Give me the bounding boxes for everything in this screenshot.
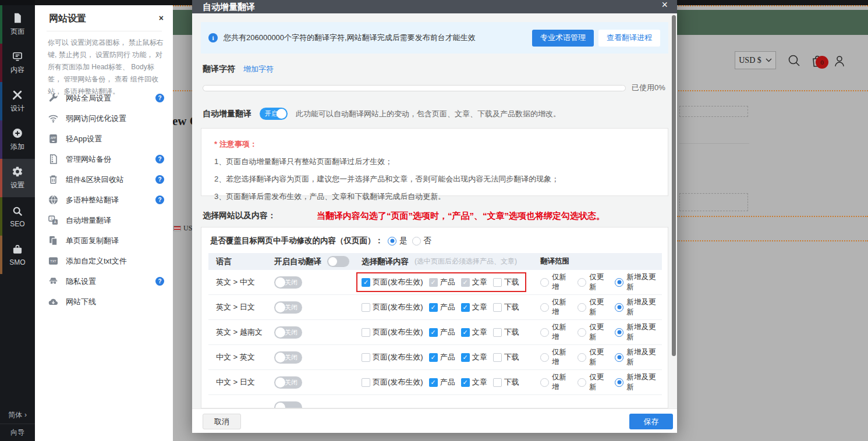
range-新增及更新[interactable]: 新增及更新 — [615, 322, 662, 342]
check-页面(发布生效)[interactable]: 页面(发布生效) — [362, 352, 423, 362]
add-chars-link[interactable]: 增加字符 — [243, 64, 274, 74]
row-auto-translate-toggle[interactable]: 关闭 — [274, 351, 302, 364]
check-页面(发布生效)[interactable]: ✓ 页面(发布生效) — [362, 277, 423, 287]
sidebar-item-label: 内容 — [10, 65, 24, 75]
content-icon — [12, 51, 23, 62]
sidebar-item-label: SMO — [9, 258, 25, 266]
settings-item-隐私设置[interactable]: 隐私设置 ? — [48, 271, 164, 291]
view-translation-progress-button[interactable]: 查看翻译进程 — [598, 30, 660, 47]
check-文章[interactable]: ✓ 文章 — [461, 377, 487, 387]
row-auto-translate-toggle[interactable] — [274, 401, 302, 409]
row-auto-translate-toggle[interactable]: 关闭 — [274, 326, 302, 339]
note-item: 1、页面自动增量翻译只有整站页面翻译过后才生效； — [214, 157, 655, 167]
check-产品[interactable]: ✓ 产品 — [429, 302, 455, 312]
override-yes-option[interactable]: 是 — [388, 236, 408, 246]
search-icon[interactable] — [787, 54, 801, 67]
sidebar-item-页面[interactable]: 页面 — [0, 5, 35, 44]
cancel-button[interactable]: 取消 — [203, 414, 241, 429]
close-icon[interactable]: × — [661, 0, 668, 11]
notes-box: * 注意事项： 1、页面自动增量翻译只有整站页面翻译过后才生效； 2、若您选择翻… — [201, 128, 668, 196]
range-仅新增[interactable]: 仅新增 — [540, 322, 573, 342]
help-icon[interactable]: ? — [155, 94, 164, 102]
settings-item-单页面复制翻译[interactable]: 单页面复制翻译 ? — [48, 230, 164, 251]
checkbox-label: 页面(发布生效) — [373, 327, 423, 337]
check-产品[interactable]: ✓ 产品 — [429, 377, 455, 387]
help-icon[interactable]: ? — [155, 277, 164, 286]
user-icon[interactable] — [832, 54, 846, 68]
help-icon[interactable]: ? — [155, 155, 164, 163]
range-仅更新[interactable]: 仅更新 — [578, 347, 610, 367]
checkbox — [493, 353, 502, 362]
radio — [578, 303, 586, 312]
radio — [615, 278, 623, 287]
currency-selector[interactable]: USD $ — [735, 51, 776, 69]
close-icon[interactable]: × — [159, 13, 164, 23]
check-产品[interactable]: ✓ 产品 — [429, 352, 455, 362]
wrench-icon — [48, 93, 59, 104]
row-auto-translate-toggle[interactable]: 关闭 — [274, 301, 302, 314]
radio — [540, 328, 549, 337]
check-文章[interactable]: ✓ 文章 — [461, 302, 487, 312]
range-仅更新[interactable]: 仅更新 — [578, 372, 610, 392]
check-文章[interactable]: ✓ 文章 — [461, 327, 487, 337]
wizard-button[interactable]: 向导 — [0, 424, 35, 441]
stripe — [0, 197, 2, 236]
settings-item-网站下线[interactable]: 网站下线 ? — [48, 291, 164, 312]
toggle-on-label: 开启 — [265, 108, 278, 120]
range-仅更新[interactable]: 仅更新 — [578, 322, 610, 342]
sidebar-item-添加[interactable]: 添加 — [0, 120, 35, 159]
check-产品[interactable]: ✓ 产品 — [429, 327, 455, 337]
translate-icon: 文A — [48, 215, 59, 226]
check-下载[interactable]: 下载 — [493, 302, 519, 312]
check-产品[interactable]: ✓ 产品 — [429, 277, 455, 287]
check-页面(发布生效)[interactable]: 页面(发布生效) — [362, 327, 423, 337]
toggle-all-auto-translate[interactable] — [327, 256, 349, 267]
range-新增及更新[interactable]: 新增及更新 — [615, 347, 662, 367]
check-下载[interactable]: 下载 — [493, 377, 519, 387]
range-仅新增[interactable]: 仅新增 — [540, 347, 573, 367]
check-页面(发布生效)[interactable]: 页面(发布生效) — [362, 377, 423, 387]
settings-item-多语种整站翻译[interactable]: 多语种整站翻译 ? — [48, 190, 164, 210]
range-新增及更新[interactable]: 新增及更新 — [615, 372, 662, 392]
radio — [540, 278, 549, 287]
check-文章[interactable]: ✓ 文章 — [461, 352, 487, 362]
settings-item-管理网站备份[interactable]: 管理网站备份 ? — [48, 149, 164, 169]
checkbox-label: 产品 — [440, 327, 455, 337]
settings-item-自动增量翻译[interactable]: 文A 自动增量翻译 ? — [48, 210, 164, 230]
range-仅新增[interactable]: 仅新增 — [540, 372, 573, 392]
toggle-knob — [277, 109, 286, 119]
row-auto-translate-toggle[interactable]: 关闭 — [274, 376, 302, 389]
settings-item-网站全局设置[interactable]: 网站全局设置 ? — [48, 88, 164, 108]
range-仅新增[interactable]: 仅新增 — [540, 297, 573, 317]
check-下载[interactable]: 下载 — [493, 277, 519, 287]
sidebar-item-内容[interactable]: 内容 — [0, 44, 35, 82]
terminology-management-button[interactable]: 专业术语管理 — [532, 30, 594, 47]
row-auto-translate-toggle[interactable]: 关闭 — [274, 276, 302, 289]
help-icon[interactable]: ? — [155, 175, 164, 184]
sidebar-item-SEO[interactable]: SEO — [0, 197, 35, 236]
range-仅新增[interactable]: 仅新增 — [540, 272, 573, 292]
check-页面(发布生效)[interactable]: 页面(发布生效) — [362, 302, 423, 312]
settings-item-弱网访问优化设置[interactable]: 弱网访问优化设置 ? — [48, 108, 164, 129]
check-下载[interactable]: 下载 — [493, 327, 519, 337]
override-no-option[interactable]: 否 — [412, 236, 432, 246]
save-button[interactable]: 保存 — [629, 414, 673, 429]
range-新增及更新[interactable]: 新增及更新 — [615, 272, 662, 292]
range-仅更新[interactable]: 仅更新 — [578, 297, 610, 317]
range-新增及更新[interactable]: 新增及更新 — [615, 297, 662, 317]
check-下载[interactable]: 下载 — [493, 352, 519, 362]
modal-scrollbar-thumb[interactable] — [672, 15, 676, 356]
settings-item-组件&区块回收站[interactable]: 组件&区块回收站 ? — [48, 169, 164, 190]
range-仅更新[interactable]: 仅更新 — [578, 272, 610, 292]
auto-translate-master-toggle[interactable]: 开启 — [260, 108, 288, 120]
sidebar-item-SMO[interactable]: SMO — [0, 236, 35, 274]
check-文章[interactable]: ✓ 文章 — [461, 277, 487, 287]
language-switcher[interactable]: 简体 › — [0, 406, 35, 424]
radio — [540, 353, 549, 362]
sidebar-item-设置[interactable]: 设置 — [0, 159, 35, 197]
help-icon[interactable]: ? — [155, 195, 164, 204]
settings-item-轻App设置[interactable]: APP 轻App设置 ? — [48, 129, 164, 149]
settings-item-添加自定义txt文件[interactable]: TXT 添加自定义txt文件 ? — [48, 251, 164, 271]
backup-icon — [48, 154, 59, 165]
sidebar-item-设计[interactable]: 设计 — [0, 82, 35, 120]
